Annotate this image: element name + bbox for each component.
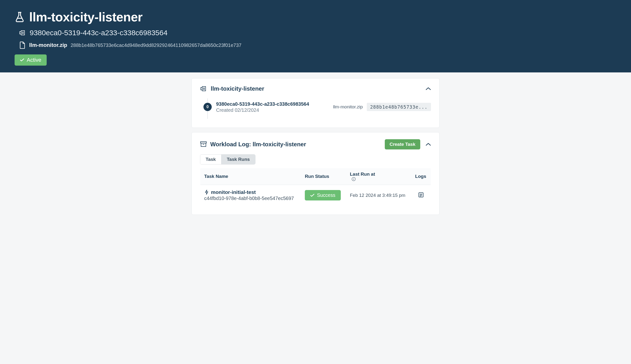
chevron-up-icon — [426, 143, 431, 146]
file-hash: 288b1e48b765733e6cac4d948ed9dd8292924641… — [70, 42, 241, 48]
check-icon — [310, 194, 314, 197]
bolt-icon — [204, 190, 209, 195]
create-task-button[interactable]: Create Task — [385, 139, 420, 150]
task-name: monitor-initial-test — [211, 189, 256, 195]
info-icon[interactable] — [352, 177, 356, 181]
logs-icon — [418, 192, 424, 198]
workload-log-card: Workload Log: llm-toxicity-listener Crea… — [192, 132, 440, 215]
view-logs-button[interactable] — [418, 192, 424, 198]
resource-id: 9380eca0-5319-443c-a233-c338c6983564 — [30, 29, 168, 37]
page-header: llm-toxicity-listener 9380eca0-5319-443c… — [0, 0, 631, 72]
version-created-date: Created 02/12/2024 — [216, 108, 333, 113]
version-id: 9380eca0-5319-443c-a233-c338c6983564 — [216, 101, 333, 107]
container-icon — [19, 30, 26, 36]
run-status-label: Success — [317, 192, 336, 198]
run-status-badge: Success — [305, 190, 341, 200]
col-logs: Logs — [411, 168, 431, 185]
version-hash[interactable]: 288b1e48b765733e... — [367, 103, 431, 111]
col-run-status: Run Status — [301, 168, 346, 185]
status-label: Active — [27, 57, 41, 63]
collapse-toggle[interactable] — [426, 143, 431, 146]
archive-icon — [200, 141, 207, 148]
table-row: monitor-initial-test c44fbd10-978e-4abf-… — [200, 185, 431, 206]
last-run-at: Feb 12 2024 at 3:49:15 pm — [346, 185, 412, 206]
svg-rect-2 — [200, 142, 206, 143]
tab-task-runs[interactable]: Task Runs — [221, 154, 255, 164]
col-last-run-label: Last Run at — [350, 172, 375, 177]
status-badge: Active — [14, 54, 47, 66]
file-icon — [19, 41, 26, 49]
svg-rect-0 — [21, 30, 24, 35]
task-runs-table: Task Name Run Status Last Run at Logs — [200, 168, 431, 206]
tab-task[interactable]: Task — [200, 154, 221, 164]
flask-icon — [14, 11, 25, 23]
svg-point-4 — [354, 178, 354, 178]
workload-log-title: Workload Log: llm-toxicity-listener — [210, 141, 306, 148]
container-icon — [200, 86, 207, 92]
task-id: c44fbd10-978e-4abf-b0b8-5ee547ec5697 — [204, 196, 297, 201]
log-tabs: Task Task Runs — [200, 154, 256, 164]
svg-rect-1 — [202, 86, 206, 91]
version-index-badge: 0 — [204, 103, 212, 111]
collapse-toggle[interactable] — [426, 87, 431, 90]
check-icon — [20, 58, 24, 62]
version-card: llm-toxicity-listener 0 9380eca0-5319-44… — [192, 78, 440, 128]
version-timeline: 0 9380eca0-5319-443c-a233-c338c6983564 C… — [200, 98, 431, 119]
version-card-title: llm-toxicity-listener — [211, 85, 264, 92]
page-title: llm-toxicity-listener — [29, 10, 142, 24]
col-task-name: Task Name — [200, 168, 301, 185]
version-zip-name: llm-monitor.zip — [333, 104, 363, 110]
chevron-up-icon — [426, 87, 431, 90]
col-last-run: Last Run at — [346, 168, 412, 185]
file-name: llm-monitor.zip — [29, 42, 67, 48]
